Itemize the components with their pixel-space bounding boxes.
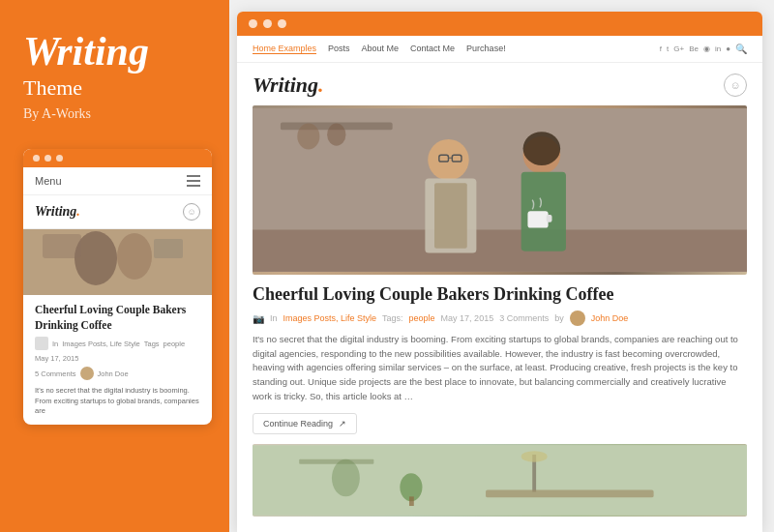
meta-tag-people[interactable]: people [409, 313, 435, 323]
nav-contact[interactable]: Contact Me [410, 44, 455, 54]
svg-point-3 [117, 233, 152, 280]
left-panel: Writing Theme By A-Works Menu Writing. ☺ [0, 0, 229, 532]
browser-top-bar [237, 12, 762, 36]
meta-categories[interactable]: Images Posts, Life Style [283, 313, 377, 323]
rss-icon[interactable]: ● [726, 44, 730, 53]
camera-icon: 📷 [253, 313, 264, 324]
theme-title: Writing [23, 29, 206, 74]
mobile-dot-3 [56, 155, 63, 162]
browser-dot-2 [263, 19, 272, 28]
svg-point-10 [297, 124, 319, 150]
article-excerpt: It's no secret that the digital industry… [253, 333, 747, 404]
theme-author: By A-Works [23, 106, 206, 122]
mobile-dot-2 [45, 155, 51, 162]
instagram-icon[interactable]: ◉ [703, 44, 710, 53]
mobile-meta-tags: Tags [144, 340, 160, 348]
mobile-meta-categories: Images Posts, Life Style [62, 340, 139, 348]
hamburger-line-2 [187, 180, 200, 182]
nav-purchase[interactable]: Purchase! [466, 44, 506, 54]
share-icon: ↗ [339, 419, 346, 429]
mobile-mockup: Menu Writing. ☺ Cheerful Loving Co [23, 149, 212, 425]
mobile-author-avatar [80, 367, 94, 380]
site-user-icon[interactable]: ☺ [724, 74, 747, 97]
meta-date: May 17, 2015 [441, 313, 494, 323]
behance-icon[interactable]: Be [689, 44, 699, 53]
second-article-svg [253, 444, 747, 517]
mobile-logo: Writing. [35, 204, 80, 220]
nav-home[interactable]: Home Examples [253, 44, 316, 54]
facebook-icon[interactable]: f [660, 44, 662, 53]
meta-comments: 3 Comments [499, 313, 549, 323]
nav-social: f t G+ Be ◉ in ● 🔍 [660, 44, 747, 54]
site-logo-bar: Writing. ☺ [237, 63, 762, 105]
mobile-comments: 5 Comments [35, 369, 76, 378]
mobile-meta-date: May 17, 2015 [35, 354, 78, 363]
mobile-author-name: John Doe [98, 369, 129, 378]
svg-rect-18 [527, 211, 548, 227]
mobile-menu-bar: Menu [23, 167, 212, 195]
meta-by: by [554, 313, 564, 323]
browser-dot-3 [278, 19, 286, 28]
svg-point-29 [521, 451, 548, 462]
google-plus-icon[interactable]: G+ [673, 44, 684, 53]
meta-tags-label: Tags: [382, 313, 403, 323]
mobile-logo-bar: Writing. ☺ [23, 195, 212, 229]
svg-point-20 [523, 132, 561, 165]
svg-rect-5 [154, 239, 183, 258]
svg-rect-12 [253, 229, 747, 271]
svg-rect-15 [434, 183, 467, 248]
nav-links: Home Examples Posts About Me Contact Me … [253, 44, 506, 54]
hero-svg [253, 105, 747, 275]
mobile-menu-label: Menu [35, 175, 62, 187]
hamburger-icon[interactable] [187, 175, 200, 187]
linkedin-icon[interactable]: in [715, 44, 721, 53]
site-nav: Home Examples Posts About Me Contact Me … [237, 36, 762, 63]
browser-dot-1 [249, 19, 257, 28]
mobile-camera-icon [35, 337, 48, 350]
meta-author[interactable]: John Doe [591, 313, 629, 323]
theme-title-block: Writing Theme By A-Works [23, 29, 206, 122]
svg-rect-25 [253, 445, 747, 515]
article-title: Cheerful Loving Couple Bakers Drinking C… [253, 284, 747, 305]
svg-point-27 [332, 458, 360, 496]
mobile-hero-image [23, 229, 212, 295]
continue-reading-label: Continue Reading [263, 419, 333, 429]
hamburger-line-3 [187, 185, 200, 187]
second-article-preview [253, 444, 747, 517]
svg-rect-19 [547, 215, 552, 222]
hamburger-line-1 [187, 175, 200, 177]
mobile-dot-1 [33, 155, 40, 162]
svg-rect-4 [43, 234, 81, 258]
mobile-top-bar [23, 149, 212, 167]
site-logo: Writing. [253, 73, 324, 98]
meta-in: In [270, 313, 278, 323]
mobile-hero-svg [23, 229, 212, 295]
article-hero-image [253, 105, 747, 275]
nav-posts[interactable]: Posts [328, 44, 350, 54]
mobile-user-icon[interactable]: ☺ [183, 203, 200, 221]
svg-rect-32 [409, 496, 414, 506]
twitter-icon[interactable]: t [667, 44, 669, 53]
mobile-meta-row-2: 5 Comments John Doe [23, 367, 212, 384]
svg-rect-30 [486, 489, 654, 497]
author-avatar [570, 310, 585, 326]
continue-reading-button[interactable]: Continue Reading ↗ [253, 413, 357, 434]
mobile-excerpt: It's no secret that the digital industry… [23, 384, 212, 425]
search-icon[interactable]: 🔍 [735, 44, 747, 54]
svg-point-11 [327, 124, 345, 146]
svg-rect-26 [299, 458, 373, 463]
theme-subtitle: Theme [23, 75, 206, 101]
mobile-meta-in: In [52, 340, 58, 348]
mobile-meta-row: In Images Posts, Life Style Tags people … [23, 337, 212, 367]
mobile-meta-tag-values: people [164, 340, 186, 348]
browser-mockup: Home Examples Posts About Me Contact Me … [237, 12, 762, 532]
mobile-article-title: Cheerful Loving Couple Bakers Drinking C… [23, 295, 212, 337]
nav-about[interactable]: About Me [362, 44, 400, 54]
article-meta: 📷 In Images Posts, Life Style Tags: peop… [253, 310, 747, 326]
site-content: Cheerful Loving Couple Bakers Drinking C… [237, 105, 762, 532]
